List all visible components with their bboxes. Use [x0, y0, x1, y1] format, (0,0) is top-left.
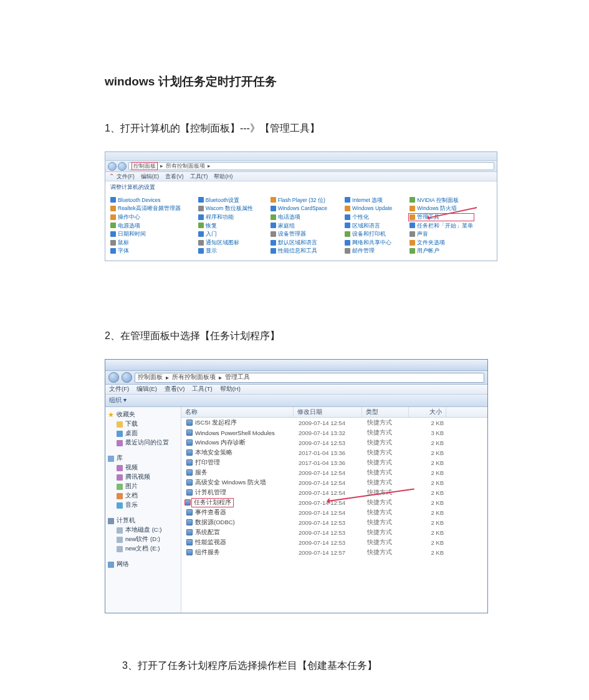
sidebar-item-tencent[interactable]: 腾讯视频 — [108, 473, 178, 481]
sidebar-item-label: 文档 — [125, 492, 138, 500]
cp-item[interactable]: 个性化 — [345, 214, 392, 221]
cp-item[interactable]: Windows 防火墙 — [409, 205, 473, 212]
cp-item[interactable]: 设备管理器 — [271, 231, 327, 237]
forward-button[interactable] — [122, 372, 132, 383]
file-row[interactable]: 数据源(ODBC)2009-07-14 12:53快捷方式2 KB — [181, 517, 487, 527]
sidebar-favorites-header[interactable]: ★ 收藏夹 — [108, 411, 178, 419]
cp-item[interactable]: Bluetooth Devices — [110, 197, 181, 204]
file-row[interactable]: Windows PowerShell Modules2009-07-14 13:… — [181, 428, 487, 438]
shortcut-icon — [186, 519, 193, 525]
file-row[interactable]: 计算机管理2009-07-14 12:54快捷方式2 KB — [181, 487, 487, 497]
cp-item[interactable]: 性能信息和工具 — [271, 247, 327, 254]
cp-item[interactable]: 日期和时间 — [110, 231, 181, 237]
sidebar-item-video[interactable]: 视频 — [108, 464, 178, 472]
menu-edit[interactable]: 编辑(E) — [141, 173, 159, 180]
cp-item[interactable]: 管理工具 — [408, 213, 474, 221]
file-row[interactable]: 系统配置2009-07-14 12:53快捷方式2 KB — [181, 527, 487, 537]
sidebar-item-desktop[interactable]: 桌面 — [108, 429, 178, 438]
cp-item[interactable]: 电源选项 — [110, 223, 181, 229]
file-row[interactable]: 服务2009-07-14 12:54快捷方式2 KB — [181, 467, 487, 477]
cp-item-icon — [409, 240, 415, 246]
sidebar-item-downloads[interactable]: 下载 — [108, 420, 178, 428]
cp-item[interactable]: 恢复 — [198, 223, 253, 229]
file-row[interactable]: 高级安全 Windows 防火墙2009-07-14 12:54快捷方式2 KB — [181, 477, 487, 487]
sidebar-item-pictures[interactable]: 图片 — [108, 482, 178, 491]
cp-item[interactable]: 电话选项 — [271, 214, 327, 221]
file-date: 2009-07-14 12:54 — [295, 420, 363, 426]
sidebar-item-music[interactable]: 音乐 — [108, 501, 178, 509]
back-button[interactable] — [108, 162, 117, 171]
cp-item[interactable]: NVIDIA 控制面板 — [409, 197, 473, 204]
sidebar-libraries-header[interactable]: 库 — [108, 454, 178, 463]
sidebar-item-drive-c[interactable]: 本地磁盘 (C:) — [108, 526, 178, 534]
file-row[interactable]: 打印管理2017-01-04 13:36快捷方式2 KB — [181, 458, 487, 467]
cp-item[interactable]: 设备和打印机 — [345, 231, 392, 237]
cp-item[interactable]: 通知区域图标 — [198, 239, 253, 246]
menu-edit[interactable]: 编辑(E) — [136, 385, 157, 393]
header-date[interactable]: 修改日期 — [294, 407, 362, 417]
cp-item[interactable]: 邮件管理 — [345, 247, 392, 254]
header-type[interactable]: 类型 — [362, 407, 409, 417]
cp-item[interactable]: Realtek高清晰音频管理器 — [110, 205, 181, 212]
cp-item[interactable]: 文件夹选项 — [409, 239, 473, 246]
cp-item[interactable]: 声音 — [409, 231, 473, 237]
cp-menubar: ⌃ 文件(F) 编辑(E) 查看(V) 工具(T) 帮助(H) — [105, 172, 497, 181]
file-name: 本地安全策略 — [195, 449, 232, 457]
breadcrumb-current[interactable]: 所有控制面板项 — [166, 163, 205, 170]
menu-tools[interactable]: 工具(T) — [192, 385, 212, 393]
file-row[interactable]: 事件查看器2009-07-14 12:54快捷方式2 KB — [181, 507, 487, 517]
breadcrumb-part[interactable]: 控制面板 — [138, 373, 163, 381]
file-row[interactable]: Windows 内存诊断2009-07-14 12:53快捷方式2 KB — [181, 438, 487, 448]
cp-item[interactable]: Internet 选项 — [345, 197, 392, 204]
breadcrumb-part[interactable]: 管理工具 — [225, 373, 250, 381]
menu-help[interactable]: 帮助(H) — [214, 173, 232, 180]
file-row[interactable]: iSCSI 发起程序2009-07-14 12:54快捷方式2 KB — [181, 418, 487, 428]
forward-button[interactable] — [118, 162, 127, 171]
menu-file[interactable]: 文件(F) — [117, 173, 135, 180]
file-name: 打印管理 — [195, 459, 220, 467]
cp-breadcrumb[interactable]: 控制面板 ▸ 所有控制面板项 ▸ — [128, 162, 494, 170]
file-row[interactable]: 性能监视器2009-07-14 12:53快捷方式2 KB — [181, 537, 487, 547]
menu-view[interactable]: 查看(V) — [165, 173, 183, 180]
file-row[interactable]: 本地安全策略2017-01-04 13:36快捷方式2 KB — [181, 448, 487, 458]
cp-item[interactable]: Bluetooth设置 — [198, 197, 253, 204]
header-name[interactable]: 名称 — [181, 407, 294, 417]
breadcrumb-root[interactable]: 控制面板 — [132, 162, 158, 170]
sidebar-item-drive-d[interactable]: new软件 (D:) — [108, 535, 178, 544]
cp-item[interactable]: 鼠标 — [110, 239, 181, 246]
cp-item[interactable]: 操作中心 — [110, 214, 181, 221]
cp-item[interactable]: 默认区域和语言 — [271, 239, 327, 246]
back-button[interactable] — [108, 372, 119, 383]
sidebar-network-header[interactable]: 网络 — [108, 560, 178, 568]
breadcrumb-part[interactable]: 所有控制面板项 — [172, 373, 216, 381]
cp-item[interactable]: Windows CardSpace — [271, 205, 327, 212]
menu-file[interactable]: 文件(F) — [109, 385, 129, 393]
organize-dropdown[interactable]: 组织 ▾ — [109, 396, 127, 405]
cp-item-label: 日期和时间 — [118, 231, 146, 237]
cp-item[interactable]: 任务栏和「开始」菜单 — [409, 223, 473, 229]
cp-item[interactable]: 字体 — [110, 247, 181, 254]
cp-item[interactable]: Wacom 数位板属性 — [198, 205, 253, 212]
menu-tools[interactable]: 工具(T) — [190, 173, 208, 180]
cp-item[interactable]: 程序和功能 — [198, 214, 253, 221]
header-size[interactable]: 大小 — [409, 407, 446, 417]
cp-item[interactable]: Flash Player (32 位) — [271, 197, 327, 204]
sidebar-item-label: 音乐 — [125, 501, 138, 509]
cp-item[interactable]: 区域和语言 — [345, 223, 392, 229]
menu-help[interactable]: 帮助(H) — [220, 385, 241, 393]
sidebar-item-recent[interactable]: 最近访问的位置 — [108, 439, 178, 447]
ex-breadcrumb[interactable]: 控制面板 ▸ 所有控制面板项 ▸ 管理工具 — [135, 373, 484, 383]
cp-item[interactable]: 网络和共享中心 — [345, 239, 392, 246]
file-size: 2 KB — [410, 439, 448, 446]
cp-item[interactable]: 家庭组 — [271, 223, 327, 229]
cp-item[interactable]: 用户帐户 — [409, 247, 473, 254]
cp-item[interactable]: 入门 — [198, 231, 253, 237]
menu-view[interactable]: 查看(V) — [165, 385, 185, 393]
file-row[interactable]: 组件服务2009-07-14 12:57快捷方式2 KB — [181, 547, 487, 557]
cp-item[interactable]: 显示 — [198, 247, 253, 254]
file-row[interactable]: 任务计划程序2009-07-14 12:54快捷方式2 KB — [181, 497, 487, 507]
sidebar-item-drive-e[interactable]: new文档 (E:) — [108, 545, 178, 553]
cp-item[interactable]: Windows Update — [345, 205, 392, 212]
sidebar-item-documents[interactable]: 文档 — [108, 492, 178, 500]
sidebar-computer-header[interactable]: 计算机 — [108, 517, 178, 525]
